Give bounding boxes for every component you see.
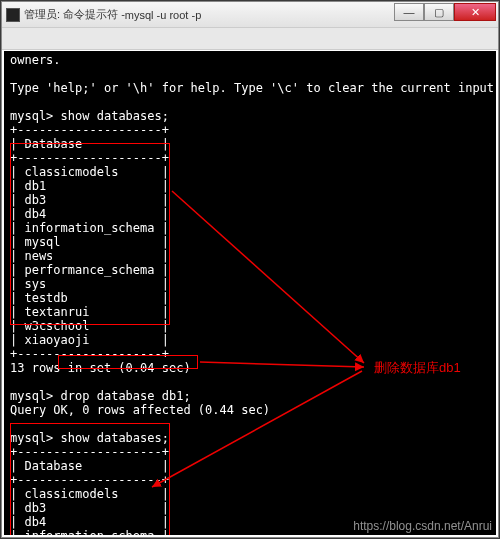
drop-result: Query OK, 0 rows affected (0.44 sec) <box>10 403 270 417</box>
tabbar <box>2 28 498 50</box>
titlebar[interactable]: 管理员: 命令提示符 - mysql -u root -p — ▢ ✕ <box>2 2 498 28</box>
prompt: mysql> <box>10 389 53 403</box>
cmd-icon <box>6 8 20 22</box>
db-row: | w3cschool | <box>10 319 169 333</box>
annotation-label: 删除数据库db1 <box>374 361 461 375</box>
minimize-button[interactable]: — <box>394 3 424 21</box>
sep: +--------------------+ <box>10 347 169 361</box>
close-button[interactable]: ✕ <box>454 3 496 21</box>
maximize-button[interactable]: ▢ <box>424 3 454 21</box>
command-show: show databases; <box>61 109 169 123</box>
sep: +--------------------+ <box>10 473 169 487</box>
db-row: | textanrui | <box>10 305 169 319</box>
db-row: | xiaoyaoji | <box>10 333 169 347</box>
command-show: show databases; <box>61 431 169 445</box>
terminal-output[interactable]: owners. Type 'help;' or '\h' for help. T… <box>4 51 496 535</box>
title-prefix: 管理员: 命令提示符 - <box>24 7 125 22</box>
db-row: | news | <box>10 249 169 263</box>
db-row: | information_schema | <box>10 221 169 235</box>
db-row: | classicmodels | <box>10 487 169 501</box>
db-row: | testdb | <box>10 291 169 305</box>
db-row: | db1 | <box>10 179 169 193</box>
db-row: | mysql | <box>10 235 169 249</box>
title-command: mysql -u root -p <box>125 9 201 21</box>
line: owners. <box>10 53 61 67</box>
hdr: | Database | <box>10 137 169 151</box>
sep: +--------------------+ <box>10 445 169 459</box>
db-row: | classicmodels | <box>10 165 169 179</box>
db-row: | db3 | <box>10 193 169 207</box>
db-row: | performance_schema | <box>10 263 169 277</box>
sep: +--------------------+ <box>10 123 169 137</box>
prompt: mysql> <box>10 109 53 123</box>
command-drop: drop database db1; <box>61 389 191 403</box>
sep: +--------------------+ <box>10 151 169 165</box>
svg-line-1 <box>200 362 364 367</box>
db-row: | sys | <box>10 277 169 291</box>
svg-line-0 <box>172 191 364 363</box>
db-row: | db3 | <box>10 501 169 515</box>
db-row: | information_schema | <box>10 529 169 535</box>
prompt: mysql> <box>10 431 53 445</box>
hdr: | Database | <box>10 459 169 473</box>
window-buttons: — ▢ ✕ <box>394 3 496 21</box>
db-row: | db4 | <box>10 207 169 221</box>
line: Type 'help;' or '\h' for help. Type '\c'… <box>10 81 496 95</box>
command-prompt-window: 管理员: 命令提示符 - mysql -u root -p — ▢ ✕ owne… <box>1 1 499 538</box>
rows-summary: 13 rows in set (0.04 sec) <box>10 361 191 375</box>
watermark: https://blog.csdn.net/Anrui <box>353 519 492 533</box>
db-row: | db4 | <box>10 515 169 529</box>
